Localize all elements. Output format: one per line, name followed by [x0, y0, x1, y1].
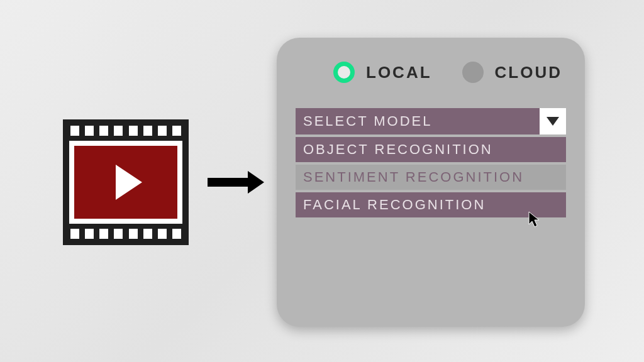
film-reel-icon — [69, 126, 182, 239]
option-label: FACIAL RECOGNITION — [303, 197, 486, 213]
model-select: SELECT MODEL OBJECT RECOGNITION SENTIMEN… — [296, 108, 566, 217]
radio-local-label: LOCAL — [366, 63, 432, 82]
model-config-panel: LOCAL CLOUD SELECT MODEL OBJECT RECOGNIT… — [277, 38, 585, 327]
radio-local[interactable] — [333, 62, 355, 83]
radio-cloud[interactable] — [462, 62, 484, 83]
model-option-sentiment[interactable]: SENTIMENT RECOGNITION — [296, 165, 566, 190]
radio-cloud-label: CLOUD — [495, 63, 562, 82]
option-label: SENTIMENT RECOGNITION — [303, 169, 524, 185]
play-icon — [116, 165, 142, 200]
model-option-facial[interactable]: FACIAL RECOGNITION — [296, 192, 566, 217]
chevron-down-icon — [547, 117, 559, 126]
video-file-icon — [63, 119, 189, 245]
film-sprockets-bottom — [69, 229, 182, 239]
model-select-caret[interactable] — [540, 108, 566, 134]
deployment-radio-group: LOCAL CLOUD — [333, 62, 566, 83]
model-select-header[interactable]: SELECT MODEL — [296, 108, 566, 134]
model-select-placeholder: SELECT MODEL — [296, 108, 540, 134]
film-sprockets-top — [69, 126, 182, 136]
video-frame — [69, 141, 182, 224]
arrow-right-icon — [208, 173, 264, 191]
model-option-object[interactable]: OBJECT RECOGNITION — [296, 137, 566, 162]
option-label: OBJECT RECOGNITION — [303, 141, 493, 158]
